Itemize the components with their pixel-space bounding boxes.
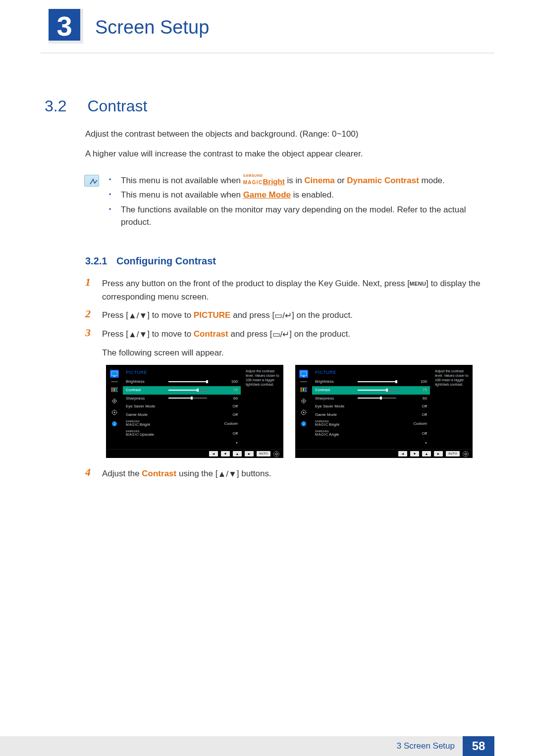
osd-row-value: 75	[402, 386, 430, 395]
osd-btn-down-icon: ▼	[221, 451, 230, 456]
osd-footer-buttons: ◄ ▼ ▲ ► AUTO ⏻	[106, 449, 283, 458]
text: Press [	[102, 310, 128, 320]
osd-row-label: Game Mode	[123, 411, 161, 419]
section-heading: 3.2 Contrast	[85, 97, 494, 115]
osd-btn-up-icon: ▲	[233, 451, 242, 456]
osd-sidebar-icons: i	[295, 365, 312, 450]
text: This menu is not available when	[121, 176, 243, 185]
osd-row-label: Eye Saver Mode	[312, 403, 350, 411]
highlight-dynamic-contrast: Dynamic Contrast	[347, 176, 419, 185]
text: ] buttons.	[237, 469, 271, 478]
osd-row-value: Off	[402, 403, 430, 411]
step-3-subtext: The following screen will appear.	[102, 346, 494, 359]
osd-row-value: Custom	[213, 419, 241, 429]
osd-btn-power-icon: ⏻	[273, 451, 279, 457]
note-item: This menu is not available when SAMSUNGM…	[109, 174, 494, 187]
section-title: Contrast	[87, 97, 147, 115]
osd-icon-info: i	[299, 420, 308, 428]
osd-row-value: Off	[402, 429, 430, 439]
text: or	[335, 176, 347, 185]
osd-btn-up-icon: ▲	[422, 451, 431, 456]
header-rule	[41, 52, 494, 53]
step-4: 4 Adjust the Contrast using the [▲/▼] bu…	[85, 467, 494, 481]
highlight-game-mode: Game Mode	[243, 190, 291, 200]
osd-row: Contrast 75	[123, 386, 241, 395]
section-number: 3.2	[38, 97, 85, 115]
note-icon	[84, 175, 99, 187]
highlight-contrast: Contrast	[142, 469, 176, 478]
osd-icon-picture	[110, 370, 119, 378]
svg-rect-0	[111, 371, 117, 376]
osd-row-label: Brightness	[312, 378, 350, 386]
osd-btn-down-icon: ▼	[410, 451, 419, 456]
osd-title: PICTURE	[315, 369, 430, 376]
osd-row-label: SAMSUNGMAGICBright	[312, 419, 350, 429]
osd-row: SAMSUNGMAGICBright Custom	[123, 419, 241, 429]
up-down-icon: ▲/▼	[128, 330, 147, 339]
osd-btn-right-icon: ►	[434, 451, 443, 456]
osd-row-value: Off	[213, 429, 241, 439]
text: ] to move to	[147, 310, 194, 320]
enter-icon: ▭/↵	[274, 311, 292, 320]
osd-row: SAMSUNGMAGICAngle Off	[312, 429, 430, 439]
svg-rect-1	[113, 376, 115, 377]
note-item: The functions available on the monitor m…	[109, 203, 494, 229]
osd-icon-color	[110, 386, 119, 394]
osd-row-label: Sharpness	[312, 395, 350, 403]
osd-row: Sharpness 60	[312, 395, 430, 403]
osd-row-value: Off	[213, 411, 241, 419]
osd-row-value: 75	[213, 386, 241, 395]
osd-footer-buttons: ◄ ▼ ▲ ► AUTO ⏻	[295, 449, 473, 458]
text: using the [	[176, 469, 217, 478]
osd-row-value: 100	[213, 378, 241, 386]
svg-rect-4	[113, 388, 115, 391]
osd-row-label: SAMSUNGMAGICAngle	[312, 429, 350, 439]
text: and press [	[228, 329, 272, 339]
chapter-number-badge: 3	[49, 9, 83, 44]
text: Press [	[102, 329, 128, 339]
step-1: 1 Press any button on the front of the p…	[85, 277, 494, 303]
steps-list: 1 Press any button on the front of the p…	[85, 277, 494, 481]
osd-icon-settings	[110, 408, 119, 416]
step-number: 1	[85, 276, 91, 289]
osd-row: Eye Saver Mode Off	[123, 403, 241, 411]
osd-icon-size	[110, 397, 119, 405]
osd-btn-left-icon: ◄	[398, 451, 407, 456]
up-down-icon: ▲/▼	[217, 469, 236, 479]
osd-btn-power-icon: ⏻	[463, 451, 469, 457]
up-down-icon: ▲/▼	[128, 311, 147, 320]
svg-text:i: i	[303, 422, 304, 426]
text: and press [	[230, 310, 274, 320]
osd-row-value: 100	[402, 378, 430, 386]
intro-line-1: Adjust the contrast between the objects …	[85, 128, 494, 140]
svg-point-21	[303, 411, 305, 413]
highlight-picture: PICTURE	[194, 310, 231, 320]
step-2: 2 Press [▲/▼] to move to PICTURE and pre…	[85, 308, 494, 322]
svg-rect-19	[305, 388, 306, 391]
highlight-cinema: Cinema	[304, 176, 334, 185]
osd-row: SAMSUNGMAGICUpscale Off	[123, 429, 241, 439]
osd-help-text: Adjust the contrast level. Values closer…	[244, 365, 283, 450]
osd-row-label: Brightness	[123, 378, 161, 386]
osd-row-label: Eye Saver Mode	[123, 403, 161, 411]
osd-row: SAMSUNGMAGICBright Custom	[312, 419, 430, 429]
highlight-contrast: Contrast	[194, 329, 228, 339]
osd-row: Contrast 75	[312, 386, 430, 395]
text: ] to move to	[147, 329, 194, 339]
text: This menu is not available when	[121, 190, 243, 200]
step-number: 3	[85, 326, 91, 339]
subsection-number: 3.2.1	[85, 255, 107, 266]
enter-icon: ▭/↵	[272, 330, 290, 339]
osd-row-value: Custom	[402, 419, 430, 429]
menu-button-label: MENU	[410, 281, 426, 287]
osd-icon-settings	[299, 408, 308, 416]
subsection-title: Configuring Contrast	[116, 255, 216, 266]
text: ] on the product.	[289, 329, 350, 339]
osd-row-value: 60	[213, 395, 241, 403]
osd-row: Game Mode Off	[312, 411, 430, 419]
text: Press any button on the front of the pro…	[102, 279, 410, 288]
osd-row: Eye Saver Mode Off	[312, 403, 430, 411]
text: ] on the product.	[292, 310, 353, 320]
osd-row-value: Off	[213, 403, 241, 411]
osd-row-value: 60	[402, 395, 430, 403]
